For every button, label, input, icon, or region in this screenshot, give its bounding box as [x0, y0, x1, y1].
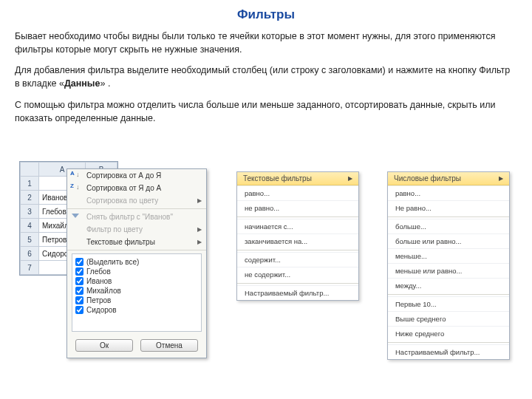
autofilter-menu: Сортировка от А до Я Сортировка от Я до …	[66, 168, 207, 358]
sort-by-color[interactable]: Сортировка по цвету▶	[67, 194, 206, 207]
value-checklist: (Выделить все) Глебов Иванов Михайлов Пе…	[72, 253, 202, 332]
checkbox[interactable]	[75, 296, 83, 304]
checkbox[interactable]	[75, 277, 83, 285]
text-filters[interactable]: Текстовые фильтры▶	[67, 236, 206, 248]
checkbox[interactable]	[75, 306, 83, 314]
filter-above-avg[interactable]: Выше среднего	[388, 311, 509, 326]
cancel-button[interactable]: Отмена	[140, 339, 198, 352]
sort-az-icon	[70, 171, 82, 181]
separator	[388, 294, 509, 295]
check-item[interactable]: Михайлов	[75, 286, 198, 296]
check-all[interactable]: (Выделить все)	[75, 257, 198, 267]
check-item[interactable]: Иванов	[75, 276, 198, 286]
sort-za-icon	[70, 183, 82, 194]
page-title: Фильтры	[15, 7, 517, 22]
clear-filter[interactable]: Снять фильтр с "Иванов"	[67, 211, 206, 223]
checkbox[interactable]	[75, 258, 83, 266]
filter-equals[interactable]: равно...	[237, 185, 358, 200]
filter-contains[interactable]: содержит...	[237, 252, 358, 267]
separator	[237, 283, 358, 284]
separator	[237, 250, 358, 250]
separator	[237, 216, 358, 217]
separator	[388, 342, 509, 343]
p2-tail: » .	[100, 78, 110, 89]
filter-not-contains[interactable]: не содержит...	[237, 267, 358, 282]
filter-greater[interactable]: больше...	[388, 219, 509, 233]
checkbox[interactable]	[75, 287, 83, 295]
paragraph-3: С помощью фильтра можно отделить числа б…	[15, 98, 517, 125]
filter-ends-with[interactable]: заканчивается на...	[237, 233, 358, 248]
filter-top10[interactable]: Первые 10...	[388, 296, 509, 311]
row-header[interactable]: 2	[21, 191, 39, 205]
filter-less-eq[interactable]: меньше или равно...	[388, 263, 509, 278]
p2-bold: Данные	[64, 78, 100, 89]
row-header[interactable]: 6	[21, 247, 39, 261]
row-header[interactable]: 4	[21, 219, 39, 233]
separator	[67, 250, 206, 250]
row-header[interactable]: 1	[21, 177, 39, 191]
check-item[interactable]: Сидоров	[75, 305, 198, 315]
separator	[388, 216, 509, 217]
filter-less[interactable]: меньше...	[388, 248, 509, 263]
separator	[67, 208, 206, 209]
funnel-icon	[70, 212, 82, 222]
number-filters-panel: Числовые фильтры▶ равно... Не равно... б…	[387, 171, 510, 360]
ok-button[interactable]: Ок	[75, 339, 133, 352]
filter-custom[interactable]: Настраиваемый фильтр...	[388, 344, 509, 359]
text-filters-panel: Текстовые фильтры▶ равно... не равно... …	[236, 171, 359, 301]
check-item[interactable]: Петров	[75, 296, 198, 305]
paragraph-2: Для добавления фильтра выделите необходи…	[15, 64, 517, 90]
checkbox[interactable]	[75, 267, 83, 276]
chevron-right-icon: ▶	[499, 175, 503, 182]
filter-greater-eq[interactable]: больше или равно...	[388, 233, 509, 248]
filter-not-equals[interactable]: не равно...	[237, 200, 358, 215]
sort-descending[interactable]: Сортировка от Я до А	[67, 182, 206, 194]
paragraph-1: Бывает необходимо чтобы видны были тольк…	[15, 30, 517, 56]
panel-header[interactable]: Числовые фильтры▶	[388, 172, 509, 185]
filter-begins-with[interactable]: начинается с...	[237, 219, 358, 233]
filter-between[interactable]: между...	[388, 278, 509, 293]
row-header[interactable]: 3	[21, 205, 39, 219]
sort-ascending[interactable]: Сортировка от А до Я	[67, 169, 206, 182]
filter-not-equals[interactable]: Не равно...	[388, 200, 509, 215]
filter-equals[interactable]: равно...	[388, 185, 509, 200]
filter-custom[interactable]: Настраиваемый фильтр...	[237, 285, 358, 300]
corner-cell[interactable]	[21, 163, 39, 177]
check-item[interactable]: Глебов	[75, 267, 198, 276]
row-header[interactable]: 7	[21, 261, 39, 275]
filter-by-color[interactable]: Фильтр по цвету▶	[67, 223, 206, 236]
panel-header[interactable]: Текстовые фильтры▶	[237, 172, 358, 185]
row-header[interactable]: 5	[21, 233, 39, 247]
chevron-right-icon: ▶	[348, 175, 352, 182]
filter-below-avg[interactable]: Ниже среднего	[388, 326, 509, 341]
